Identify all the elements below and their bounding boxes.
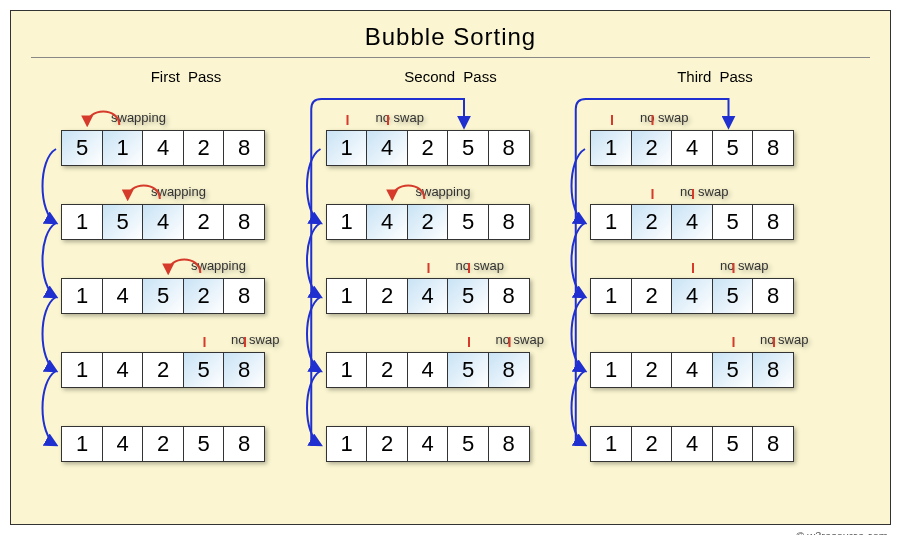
array-row: 14258swapping xyxy=(326,204,576,240)
array-cell: 2 xyxy=(366,352,408,388)
pass-column: First Pass51428swapping15428swapping1452… xyxy=(61,68,311,462)
array-cell: 8 xyxy=(488,426,530,462)
bubble-sort-diagram: Bubble Sorting First Pass51428swapping15… xyxy=(10,10,891,525)
array-cell: 4 xyxy=(366,204,408,240)
noswap-label: no swap xyxy=(496,332,544,347)
pass-title: Second Pass xyxy=(326,68,576,85)
array-cell: 8 xyxy=(488,204,530,240)
array-row: 12458 xyxy=(590,426,840,462)
array-cell: 5 xyxy=(712,352,754,388)
array-cell: 2 xyxy=(142,426,184,462)
array-cell: 8 xyxy=(752,204,794,240)
array-cell: 8 xyxy=(223,352,265,388)
array-cell: 2 xyxy=(631,278,673,314)
array-cell: 8 xyxy=(752,426,794,462)
array-row: 14528swapping xyxy=(61,278,311,314)
array-cell: 5 xyxy=(142,278,184,314)
array-cell: 5 xyxy=(712,278,754,314)
noswap-label: no swap xyxy=(760,332,808,347)
array-cell: 4 xyxy=(671,204,713,240)
pass-title: Third Pass xyxy=(590,68,840,85)
array-cell: 2 xyxy=(366,426,408,462)
array-cell: 1 xyxy=(102,130,144,166)
array-cell: 4 xyxy=(366,130,408,166)
array-cell: 4 xyxy=(671,130,713,166)
array-cell: 4 xyxy=(102,278,144,314)
array-cell: 4 xyxy=(671,426,713,462)
array-cell: 1 xyxy=(590,204,632,240)
array-cell: 5 xyxy=(712,130,754,166)
array-row: 14258 xyxy=(61,426,311,462)
array-row: 12458no swap xyxy=(590,278,840,314)
array-cell: 4 xyxy=(102,426,144,462)
array-cell: 1 xyxy=(61,204,103,240)
array-cell: 4 xyxy=(102,352,144,388)
noswap-label: no swap xyxy=(680,184,728,199)
noswap-label: no swap xyxy=(640,110,688,125)
swap-label: swapping xyxy=(111,110,166,125)
array-cell: 2 xyxy=(631,204,673,240)
array-cell: 5 xyxy=(102,204,144,240)
array-cell: 1 xyxy=(590,352,632,388)
array-row: 12458no swap xyxy=(326,352,576,388)
array-cell: 1 xyxy=(61,278,103,314)
noswap-label: no swap xyxy=(376,110,424,125)
array-cell: 4 xyxy=(407,278,449,314)
array-cell: 1 xyxy=(590,426,632,462)
array-cell: 2 xyxy=(407,204,449,240)
divider xyxy=(31,57,870,58)
array-cell: 8 xyxy=(223,426,265,462)
noswap-label: no swap xyxy=(231,332,279,347)
pass-column: Second Pass14258no swap14258swapping1245… xyxy=(326,68,576,462)
array-cell: 8 xyxy=(223,204,265,240)
array-cell: 1 xyxy=(61,426,103,462)
array-cell: 2 xyxy=(366,278,408,314)
array-cell: 2 xyxy=(631,426,673,462)
diagram-title: Bubble Sorting xyxy=(31,23,870,51)
array-cell: 5 xyxy=(447,130,489,166)
array-cell: 5 xyxy=(183,352,225,388)
array-cell: 4 xyxy=(142,204,184,240)
array-cell: 1 xyxy=(590,278,632,314)
credit-text: © w3resource.com xyxy=(796,530,888,535)
array-cell: 8 xyxy=(223,278,265,314)
array-cell: 5 xyxy=(447,278,489,314)
array-cell: 8 xyxy=(488,130,530,166)
array-cell: 1 xyxy=(326,352,368,388)
array-cell: 8 xyxy=(752,278,794,314)
array-cell: 8 xyxy=(223,130,265,166)
array-cell: 4 xyxy=(671,278,713,314)
pass-title: First Pass xyxy=(61,68,311,85)
array-row: 14258no swap xyxy=(326,130,576,166)
array-cell: 2 xyxy=(183,278,225,314)
array-cell: 4 xyxy=(407,426,449,462)
array-cell: 4 xyxy=(407,352,449,388)
array-cell: 2 xyxy=(407,130,449,166)
array-cell: 5 xyxy=(447,204,489,240)
passes-container: First Pass51428swapping15428swapping1452… xyxy=(31,68,870,462)
array-cell: 1 xyxy=(326,278,368,314)
array-cell: 2 xyxy=(631,130,673,166)
array-row: 12458no swap xyxy=(590,130,840,166)
array-cell: 8 xyxy=(488,352,530,388)
array-cell: 5 xyxy=(712,204,754,240)
array-cell: 4 xyxy=(142,130,184,166)
array-cell: 1 xyxy=(326,204,368,240)
array-row: 12458 xyxy=(326,426,576,462)
array-row: 12458no swap xyxy=(326,278,576,314)
swap-label: swapping xyxy=(416,184,471,199)
array-cell: 1 xyxy=(326,130,368,166)
array-cell: 5 xyxy=(183,426,225,462)
swap-label: swapping xyxy=(151,184,206,199)
array-cell: 4 xyxy=(671,352,713,388)
array-cell: 1 xyxy=(590,130,632,166)
array-cell: 8 xyxy=(488,278,530,314)
array-cell: 8 xyxy=(752,130,794,166)
noswap-label: no swap xyxy=(456,258,504,273)
pass-column: Third Pass12458no swap12458no swap12458n… xyxy=(590,68,840,462)
array-cell: 8 xyxy=(752,352,794,388)
array-cell: 1 xyxy=(61,352,103,388)
array-cell: 2 xyxy=(183,204,225,240)
array-row: 12458no swap xyxy=(590,352,840,388)
array-row: 14258no swap xyxy=(61,352,311,388)
